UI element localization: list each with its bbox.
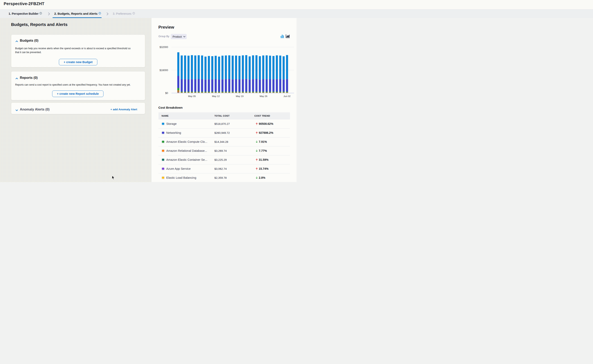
svg-text:May 12: May 12 (212, 95, 220, 98)
svg-text:$0: $0 (165, 92, 168, 95)
svg-text:May 19: May 19 (236, 95, 244, 98)
svg-text:May 26: May 26 (260, 95, 267, 98)
svg-text:$16000: $16000 (160, 69, 168, 72)
svg-text:$32000: $32000 (160, 46, 168, 49)
svg-text:May 05: May 05 (188, 95, 196, 98)
svg-text:Jun 02: Jun 02 (283, 95, 291, 98)
